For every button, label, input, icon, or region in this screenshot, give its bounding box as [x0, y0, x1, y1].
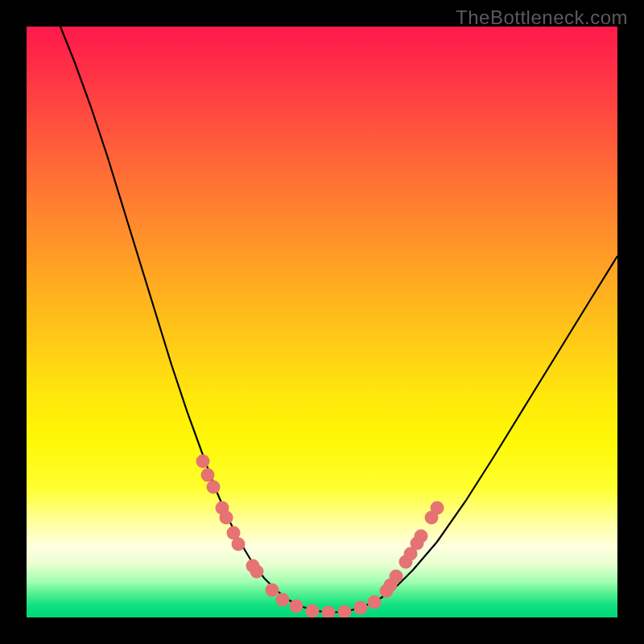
watermark-text: TheBottleneck.com: [456, 6, 628, 29]
plot-area: [27, 27, 617, 617]
bead: [196, 455, 210, 469]
beads-left: [196, 455, 264, 579]
bead: [431, 502, 444, 515]
bead: [306, 605, 320, 618]
bead: [390, 570, 403, 584]
bottleneck-curve: [60, 27, 617, 613]
beads-floor: [266, 584, 382, 618]
bead: [207, 481, 221, 494]
bead: [266, 584, 279, 597]
bead: [250, 565, 264, 579]
bead: [220, 511, 233, 525]
bead: [338, 605, 352, 618]
curve-svg: [27, 27, 617, 617]
bead: [201, 469, 215, 482]
beads-right: [380, 502, 444, 598]
bead: [232, 538, 246, 551]
bead: [322, 606, 336, 618]
bead: [415, 530, 428, 543]
bead: [290, 600, 303, 613]
bead: [276, 593, 290, 607]
bead: [368, 596, 382, 609]
bead: [354, 601, 368, 615]
chart-root: TheBottleneck.com: [0, 0, 644, 644]
